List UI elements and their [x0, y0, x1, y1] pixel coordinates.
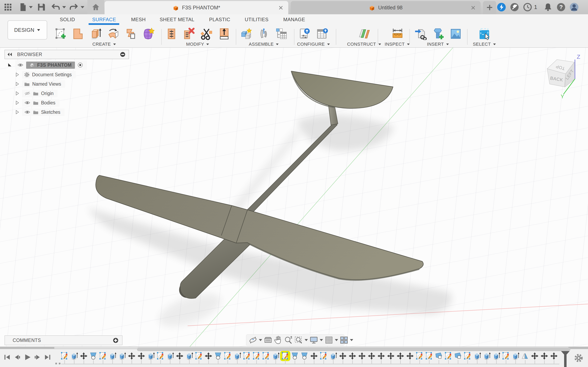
zoom-window-menu-caret-icon[interactable] — [305, 339, 308, 341]
group-insert-label[interactable]: INSERT — [427, 42, 444, 47]
viewports-icon[interactable] — [339, 335, 349, 345]
file-new-icon[interactable] — [19, 3, 27, 11]
pan-hand-icon[interactable] — [274, 335, 283, 345]
browser-item-named-views[interactable]: Named Views — [16, 80, 65, 89]
extend-icon[interactable] — [218, 28, 230, 40]
offset-icon[interactable] — [165, 28, 178, 40]
timeline-item-extrude[interactable] — [118, 352, 126, 360]
viewcube[interactable]: TOP BACK LEFT Z Y — [539, 49, 588, 100]
timeline-item-extrude[interactable] — [166, 352, 174, 360]
zoom-window-icon[interactable] — [294, 335, 303, 345]
timeline-item-mirror[interactable] — [521, 352, 529, 360]
configuration-table-icon[interactable] — [316, 28, 329, 40]
visibility-eye-icon[interactable] — [17, 63, 24, 67]
timeline-item-move[interactable] — [550, 352, 558, 360]
timeline-options-gear-icon[interactable] — [574, 354, 583, 363]
collapse-panel-icon[interactable] — [7, 52, 12, 57]
expand-chevron-icon[interactable] — [16, 82, 19, 86]
timeline-item-sketch[interactable] — [99, 352, 107, 360]
timeline-item-sketch[interactable] — [243, 352, 251, 360]
zoom-icon[interactable] — [284, 335, 293, 345]
timeline-item-extrude[interactable] — [70, 352, 78, 360]
save-icon[interactable] — [37, 3, 46, 11]
measure-icon[interactable] — [391, 28, 404, 40]
expand-arrow-icon[interactable] — [8, 63, 12, 67]
timeline-item-extrude[interactable] — [272, 352, 280, 360]
visibility-eye-icon[interactable] — [24, 110, 30, 114]
remove-panel-icon[interactable] — [120, 52, 125, 57]
timeline-item-sketch[interactable] — [502, 352, 510, 360]
expand-chevron-icon[interactable] — [16, 100, 19, 105]
joint-icon[interactable] — [258, 28, 270, 40]
timeline-item-move[interactable] — [531, 352, 539, 360]
expand-chevron-icon[interactable] — [16, 110, 19, 114]
timeline-item-move[interactable] — [377, 352, 385, 360]
timeline-item-move[interactable] — [367, 352, 376, 360]
tab-utilities[interactable]: UTILITIES — [245, 17, 269, 22]
tab-manage[interactable]: MANAGE — [283, 17, 305, 22]
redo-menu-caret-icon[interactable] — [81, 6, 84, 8]
display-settings-menu-caret-icon[interactable] — [320, 339, 323, 341]
app-grid-icon[interactable] — [4, 3, 12, 11]
timeline-item-extrude[interactable] — [108, 352, 117, 360]
press-pull-icon[interactable] — [89, 28, 102, 40]
delete-face-icon[interactable] — [183, 28, 195, 40]
timeline-scrollbar-thumb[interactable] — [137, 348, 571, 351]
browser-header[interactable]: BROWSER — [4, 50, 129, 59]
orbit-icon[interactable] — [248, 335, 258, 345]
new-tab-button[interactable] — [483, 1, 496, 14]
job-status-icon[interactable] — [523, 2, 532, 12]
timeline-item-sketch[interactable] — [262, 352, 270, 360]
look-at-icon[interactable] — [263, 335, 273, 345]
viewports-menu-caret-icon[interactable] — [350, 339, 353, 341]
timeline-item-move[interactable] — [387, 352, 395, 360]
activate-radio-icon[interactable] — [78, 62, 83, 68]
tab-sheet-metal[interactable]: SHEET METAL — [160, 17, 194, 22]
expand-chevron-icon[interactable] — [16, 91, 19, 96]
go-to-start-icon[interactable] — [3, 353, 11, 361]
timeline-item-extrude[interactable] — [185, 352, 193, 360]
insert-fastener-icon[interactable] — [432, 28, 444, 40]
timeline-item-extrude[interactable] — [483, 352, 491, 360]
browser-item-document-settings[interactable]: Document Settings — [16, 70, 76, 79]
create-form-icon[interactable] — [142, 28, 154, 40]
step-forward-icon[interactable] — [33, 353, 42, 361]
home-tab[interactable] — [87, 0, 104, 14]
document-tab-active[interactable]: F3S PHANTOM* — [104, 1, 288, 14]
timeline-item-move[interactable] — [396, 352, 405, 360]
avatar[interactable] — [569, 2, 579, 12]
step-back-icon[interactable] — [13, 353, 21, 361]
timeline-item-extrude[interactable] — [492, 352, 501, 360]
extrude-surface-icon[interactable] — [72, 28, 84, 40]
timeline-item-sketch[interactable] — [281, 352, 289, 360]
undo-menu-caret-icon[interactable] — [62, 6, 66, 8]
new-component-icon[interactable] — [240, 28, 252, 40]
group-select-label[interactable]: SELECT — [473, 42, 491, 47]
revolve-icon[interactable] — [107, 28, 119, 40]
tab-surface[interactable]: SURFACE — [92, 17, 116, 22]
browser-item-sketches[interactable]: Sketches — [16, 108, 65, 117]
display-settings-icon[interactable] — [309, 335, 319, 345]
timeline-playhead[interactable] — [561, 351, 570, 367]
timeline-item-loft[interactable] — [291, 352, 299, 360]
visibility-off-eye-icon[interactable] — [24, 91, 30, 96]
timeline-item-move[interactable] — [128, 352, 136, 360]
group-create-label[interactable]: CREATE — [92, 42, 111, 47]
timeline-item-sketch[interactable] — [320, 352, 328, 360]
timeline-item-extrude[interactable] — [511, 352, 520, 360]
timeline-item-sketch[interactable] — [425, 352, 433, 360]
document-tab-inactive[interactable]: Untitled 98 — [291, 1, 481, 14]
timeline-item-sketch[interactable] — [444, 352, 452, 360]
go-to-end-icon[interactable] — [43, 353, 52, 361]
timeline-item-loft[interactable] — [89, 352, 97, 360]
timeline-item-move[interactable] — [348, 352, 356, 360]
group-assemble-label[interactable]: ASSEMBLE — [249, 42, 274, 47]
timeline-item-loft[interactable] — [300, 352, 309, 360]
timeline-item-sketch[interactable] — [195, 352, 203, 360]
timeline-item-extrude[interactable] — [147, 352, 155, 360]
close-tab-icon[interactable] — [278, 6, 283, 10]
patch-icon[interactable] — [125, 28, 137, 40]
orbit-menu-caret-icon[interactable] — [259, 339, 262, 341]
file-menu-caret-icon[interactable] — [29, 6, 33, 8]
timeline-item-sketch[interactable] — [224, 352, 232, 360]
